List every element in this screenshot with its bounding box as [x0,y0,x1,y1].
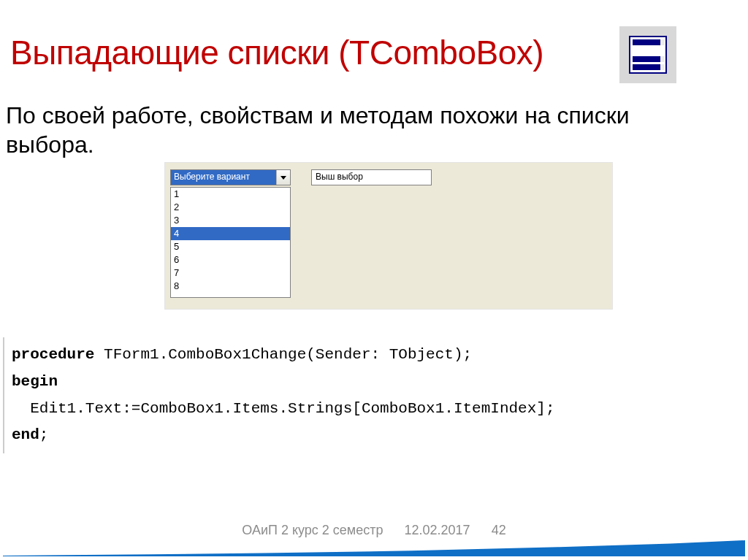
combobox-glyph-frame [619,26,676,83]
footer-course: ОАиП 2 курс 2 семестр [242,523,383,537]
footer-page-number: 42 [492,523,506,537]
code-keyword-end: end [12,426,39,443]
combobox-selected-text: Выберите вариант [171,170,276,185]
slide-title-row: Выпадающие списки (TComboBox) [10,35,543,70]
code-text: ; [39,426,49,443]
accent-swoosh [3,540,745,556]
chevron-down-icon [280,176,286,180]
dropdown-list[interactable]: 12345678 [170,187,291,298]
code-block: procedure TForm1.ComboBox1Change(Sender:… [3,337,748,453]
slide-footer: ОАиП 2 курс 2 семестр 12.02.2017 42 [0,523,748,538]
footer-date: 12.02.2017 [405,523,470,537]
list-item[interactable]: 2 [171,201,290,214]
list-item[interactable]: 5 [171,240,290,253]
slide-title: Выпадающие списки (TComboBox) [10,35,543,70]
combobox-icon [629,36,667,74]
slide-subtitle: По своей работе, свойствам и методам пох… [6,101,649,159]
combobox[interactable]: Выберите вариант [170,169,291,185]
list-item[interactable]: 1 [171,188,290,201]
code-keyword-begin: begin [12,373,58,390]
list-item[interactable]: 6 [171,253,290,266]
list-item[interactable]: 4 [171,227,290,240]
ui-panel: Выберите вариант Выш выбор 12345678 [164,162,613,310]
edit-field[interactable]: Выш выбор [311,169,432,185]
code-text: Edit1.Text:=ComboBox1.Items.Strings[Comb… [12,400,555,417]
code-text: TForm1.ComboBox1Change(Sender: TObject); [94,346,472,363]
list-item[interactable]: 7 [171,266,290,280]
list-item[interactable]: 8 [171,280,290,293]
code-keyword-procedure: procedure [12,346,94,363]
list-item[interactable]: 3 [171,214,290,227]
combobox-dropdown-button[interactable] [276,170,290,185]
